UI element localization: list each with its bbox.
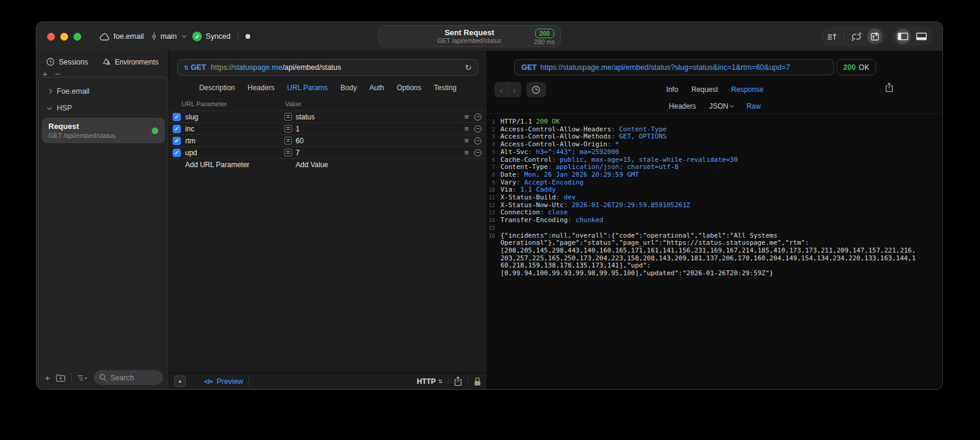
param-value[interactable]: 7 <box>296 149 464 157</box>
param-checkbox[interactable]: ✓ <box>173 125 181 133</box>
tree-item-foe-email[interactable]: Foe.email <box>39 83 168 100</box>
project-menu[interactable]: foe.email <box>100 32 144 41</box>
param-row-actions: ≡ <box>464 112 487 121</box>
panel-toggles-group <box>892 27 933 46</box>
add-param-name-placeholder[interactable]: Add URL Parameter <box>185 161 284 169</box>
remove-row-icon[interactable] <box>474 137 481 144</box>
request-method[interactable]: GET <box>191 63 206 72</box>
param-name[interactable]: inc <box>185 125 284 133</box>
tab-json[interactable]: JSON <box>709 102 733 110</box>
protocol-selector[interactable]: HTTP ⇅ <box>417 377 443 386</box>
response-body[interactable]: 1HTTP/1.1 200 OK2Access-Control-Allow-He… <box>487 114 942 389</box>
tab-options[interactable]: Options <box>397 84 421 92</box>
tab-headers[interactable]: Headers <box>247 84 274 92</box>
tab-description[interactable]: Description <box>199 84 235 92</box>
history-clock-icon <box>46 57 55 66</box>
url-path: /api/embed/status <box>282 63 342 72</box>
history-back-forward: ‹ › <box>494 82 521 97</box>
method-stepper-icon[interactable]: ⇅ <box>184 64 189 71</box>
branch-icon <box>151 32 157 41</box>
tab-url-params[interactable]: URL Params <box>287 84 328 92</box>
back-button[interactable]: ‹ <box>500 85 503 95</box>
sidebar-tabs: Sessions Environments <box>36 51 168 66</box>
code-line: 14Transfer-Encoding: chunked <box>487 217 942 224</box>
lock-icon[interactable] <box>474 377 481 386</box>
tab-auth[interactable]: Auth <box>369 84 384 92</box>
param-checkbox[interactable]: ✓ <box>173 149 181 157</box>
new-folder-icon[interactable] <box>56 374 66 382</box>
tab-raw[interactable]: Raw <box>746 102 761 110</box>
tab-environments[interactable]: Environments <box>102 57 158 66</box>
synced-check-icon: ✓ <box>192 32 202 41</box>
tab-info[interactable]: Info <box>666 85 678 94</box>
param-name[interactable]: rtm <box>185 137 284 145</box>
row-menu-icon[interactable]: ≡ <box>464 124 469 133</box>
remove-row-icon[interactable] <box>474 113 481 121</box>
sent-url: https://statuspage.me/api/embed/status?s… <box>540 63 790 72</box>
minimize-window-button[interactable] <box>60 33 68 41</box>
param-name[interactable]: slug <box>185 113 284 121</box>
forward-button[interactable]: › <box>513 85 516 95</box>
param-value[interactable]: 1 <box>296 125 464 133</box>
toolbar-divider <box>71 373 72 382</box>
sent-request-url[interactable]: GET https://statuspage.me/api/embed/stat… <box>514 59 834 75</box>
row-menu-icon[interactable]: ≡ <box>464 148 469 157</box>
request-url-bar[interactable]: ⇅ GET https:// statuspage.me /api/embed/… <box>177 59 478 76</box>
new-request-button[interactable]: + <box>45 374 50 381</box>
request-summary: Sent Request GET /api/embed/status <box>437 28 501 45</box>
collapse-panel-button[interactable]: ▲ <box>174 376 186 387</box>
tab-environments-label: Environments <box>115 58 158 66</box>
export-response-button[interactable] <box>885 82 893 95</box>
params-header-row: URL Parameter Value <box>169 99 487 110</box>
request-item-subtitle: GET /api/embed/status <box>48 132 158 139</box>
remove-row-icon[interactable] <box>474 149 481 156</box>
import-response-button[interactable] <box>867 29 883 44</box>
sort-lines-icon <box>827 32 837 41</box>
request-tabs: DescriptionHeadersURL ParamsBodyAuthOpti… <box>169 76 487 99</box>
param-value[interactable]: status <box>296 113 464 121</box>
tab-request[interactable]: Request <box>692 85 718 94</box>
toggle-bottom-panel-button[interactable] <box>914 29 929 44</box>
tab-sessions[interactable]: Sessions <box>46 57 88 66</box>
branch-menu[interactable]: main <box>151 32 186 41</box>
history-clock-button[interactable] <box>526 82 546 97</box>
param-rows: ✓slug=status≡✓inc=1≡✓rtm=60≡✓upd=7≡ <box>169 110 487 158</box>
row-menu-icon[interactable]: ≡ <box>464 112 469 121</box>
tree-item-label: Foe.email <box>57 87 90 96</box>
preview-button[interactable]: </> Preview <box>204 377 243 386</box>
param-checkbox[interactable]: ✓ <box>173 113 181 121</box>
param-value[interactable]: 60 <box>296 137 464 145</box>
tab-response[interactable]: Response <box>731 85 763 94</box>
zoom-window-button[interactable] <box>73 33 81 41</box>
close-window-button[interactable] <box>47 33 55 41</box>
remove-row-icon[interactable] <box>474 125 481 133</box>
bottom-bar-divider <box>248 377 249 386</box>
search-input[interactable]: Search <box>94 370 163 385</box>
equals-icon: = <box>284 137 292 144</box>
sort-requests-button[interactable] <box>824 29 840 44</box>
tree-item-hsp[interactable]: HSP <box>39 100 168 116</box>
response-status-code: 200 <box>843 63 856 72</box>
param-checkbox[interactable]: ✓ <box>173 137 181 145</box>
view-tools-group <box>821 27 886 46</box>
add-param-row[interactable]: Add URL Parameter Add Value <box>169 158 487 170</box>
row-menu-icon[interactable]: ≡ <box>464 136 469 145</box>
view-options-icon[interactable] <box>77 374 88 381</box>
equals-icon: = <box>284 113 292 121</box>
toggle-left-panel-button[interactable] <box>895 29 911 44</box>
panel-bottom-icon <box>916 32 927 41</box>
add-param-value-placeholder[interactable]: Add Value <box>296 161 487 169</box>
tab-body[interactable]: Body <box>340 84 357 92</box>
share-icon[interactable] <box>454 376 462 386</box>
sync-status[interactable]: ✓ Synced <box>192 32 231 41</box>
param-name[interactable]: upd <box>185 149 284 157</box>
main-area: Sessions Environments + − Foe.email <box>36 51 942 389</box>
link-flow-button[interactable] <box>849 29 864 44</box>
request-summary-pill[interactable]: Sent Request GET /api/embed/status 200 2… <box>378 25 561 47</box>
request-list-item-selected[interactable]: Request GET /api/embed/status <box>42 118 165 143</box>
request-item-title: Request <box>48 122 158 131</box>
tab-testing[interactable]: Testing <box>434 84 457 92</box>
chevron-down-icon <box>47 104 52 109</box>
tab-headers[interactable]: Headers <box>669 102 696 110</box>
send-refresh-icon[interactable]: ↻ <box>465 63 472 72</box>
